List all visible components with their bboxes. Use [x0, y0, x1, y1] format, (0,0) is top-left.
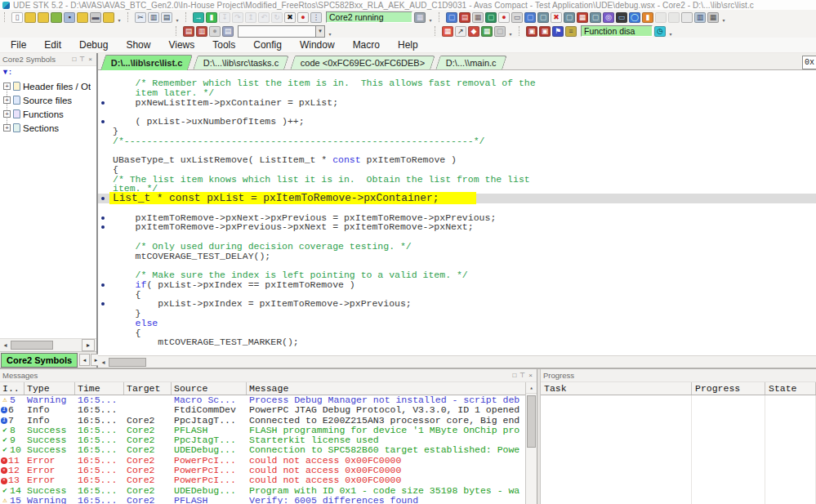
- function-status-field[interactable]: Function disa: [581, 25, 653, 37]
- message-row[interactable]: ⚠5Warning16:5...Macro Sc...Process Debug…: [0, 395, 526, 405]
- laptop-icon[interactable]: ▭: [616, 12, 627, 23]
- breakpoint-dot-icon[interactable]: [101, 197, 105, 200]
- panel-tab-prev-icon[interactable]: ◂: [79, 354, 90, 366]
- float-window-icon[interactable]: □: [511, 372, 519, 379]
- paste-icon[interactable]: ▤: [161, 12, 172, 23]
- monitor-alt-icon[interactable]: ▢: [590, 12, 601, 23]
- toolbar-grip[interactable]: [4, 12, 7, 22]
- stop-debug-icon[interactable]: ✖: [284, 12, 296, 23]
- run-continue-icon[interactable]: →: [193, 12, 204, 23]
- message-row[interactable]: ✕11Error16:5...Core2PowerPcI...could not…: [0, 456, 526, 466]
- manual-book-icon[interactable]: ▤: [459, 12, 470, 23]
- menu-edit[interactable]: Edit: [35, 39, 70, 51]
- toolbar-overflow-button[interactable]: ▾: [427, 12, 434, 23]
- message-row[interactable]: ✔9Success16:5...Core2PpcJtagT...Starterk…: [0, 435, 526, 445]
- print-icon[interactable]: ▬: [90, 12, 101, 23]
- toolbar-grip[interactable]: [176, 26, 179, 36]
- symbols-bottom-tab[interactable]: Core2 Symbols: [1, 353, 78, 368]
- message-row[interactable]: ✕12Error16:5...Core2PowerPcI...could not…: [0, 466, 526, 475]
- window-b-icon[interactable]: [668, 12, 680, 23]
- monitor-watch-icon[interactable]: ▢: [564, 12, 575, 23]
- message-row[interactable]: ⚠15Warning16:5...Core2PFLASHVerify: 6005…: [0, 496, 526, 504]
- toolbar-grip[interactable]: [127, 12, 131, 22]
- menu-macro[interactable]: Macro: [344, 39, 389, 51]
- filter-icon[interactable]: ▼:: [2, 68, 11, 76]
- breakpoint-dot-icon[interactable]: [101, 101, 105, 105]
- monitor-target-icon[interactable]: ▢: [485, 12, 497, 23]
- chart-view-icon[interactable]: ▮: [642, 12, 653, 23]
- column-header-state[interactable]: State: [765, 382, 816, 395]
- expand-plus-icon[interactable]: +: [3, 124, 11, 132]
- expand-plus-icon[interactable]: +: [3, 96, 11, 104]
- core-status-field[interactable]: Core2 running: [326, 11, 412, 23]
- breakpoint-dot-icon[interactable]: [101, 283, 105, 287]
- window-split-icon[interactable]: ▥: [694, 12, 706, 23]
- column-header-message[interactable]: Message: [247, 382, 526, 395]
- message-box-icon[interactable]: ▭: [511, 12, 523, 23]
- window-a-icon[interactable]: [655, 12, 667, 23]
- toolbar-overflow-button[interactable]: ▾: [507, 26, 514, 37]
- find-in-files-icon[interactable]: ▣: [526, 26, 537, 37]
- record-dot-icon[interactable]: ●: [498, 12, 510, 23]
- copy-icon[interactable]: ▥: [148, 12, 159, 23]
- expand-plus-icon[interactable]: +: [3, 110, 11, 118]
- menu-tools[interactable]: Tools: [203, 39, 244, 51]
- scroll-thumb[interactable]: [11, 341, 53, 350]
- toolbar-grip[interactable]: [185, 12, 189, 22]
- macro-disabled-icon[interactable]: ▢: [494, 26, 506, 37]
- open-folder-icon[interactable]: [25, 12, 36, 23]
- tree-item-sections[interactable]: +Sections: [0, 121, 96, 135]
- menu-show[interactable]: Show: [117, 39, 159, 51]
- expand-plus-icon[interactable]: +: [3, 83, 11, 90]
- toolbar-grip[interactable]: [519, 26, 522, 36]
- scroll-thumb[interactable]: [109, 358, 146, 367]
- dropdown-arrow-icon[interactable]: ▾: [315, 25, 325, 38]
- editor-tab-0[interactable]: D:\...\lib\src\list.c: [100, 55, 194, 70]
- watch-expression-combo[interactable]: ▾: [238, 25, 325, 38]
- search-view-icon[interactable]: ◎: [603, 12, 614, 23]
- toolbar-grip[interactable]: [435, 26, 438, 36]
- import-folder-icon[interactable]: [38, 12, 49, 23]
- memory-window-icon[interactable]: ▥: [196, 26, 207, 37]
- toolbar-overflow-button[interactable]: ▾: [174, 12, 181, 23]
- column-header-i[interactable]: I..: [0, 382, 25, 395]
- tree-item-functions[interactable]: +Functions: [0, 107, 96, 121]
- debug-config-icon[interactable]: ▢: [446, 12, 457, 23]
- halt-indicator-icon[interactable]: ●: [209, 26, 221, 37]
- pin-icon[interactable]: ⊤: [78, 56, 87, 63]
- restart-icon[interactable]: ↻: [271, 12, 283, 23]
- open-workspace-icon[interactable]: [77, 12, 88, 23]
- breakpoint-dot-icon[interactable]: [101, 225, 105, 229]
- cut-icon[interactable]: ✂: [135, 12, 146, 23]
- column-header-source[interactable]: Source: [172, 382, 247, 395]
- symbols-window-icon[interactable]: ▤: [222, 26, 234, 37]
- tree-item-header-files-ot[interactable]: +Header files / Ot: [0, 79, 96, 93]
- window-c-icon[interactable]: [681, 12, 693, 23]
- find-symbol-icon[interactable]: ▣: [539, 26, 551, 37]
- toolbar-grip[interactable]: [439, 12, 442, 22]
- new-file-icon[interactable]: ▯: [11, 12, 23, 23]
- list-view-icon[interactable]: ≡: [565, 26, 577, 37]
- message-row[interactable]: i6Info16:5...FtdiCommDevPowerPC JTAG Deb…: [0, 405, 526, 415]
- macro-record-icon[interactable]: ▦: [481, 26, 493, 37]
- toolbar-overflow-button[interactable]: ▾: [667, 26, 674, 37]
- watch-window-icon[interactable]: ▤: [183, 26, 194, 37]
- monitor-sync-icon[interactable]: ▢: [537, 12, 549, 23]
- editor-tab-1[interactable]: D:\...\lib\src\tasks.c: [194, 56, 290, 69]
- float-window-icon[interactable]: □: [71, 56, 78, 63]
- step-out-icon[interactable]: ↥: [245, 12, 256, 23]
- scroll-thumb[interactable]: [527, 395, 536, 448]
- window-wizard-icon[interactable]: ▦: [707, 12, 719, 23]
- menu-debug[interactable]: Debug: [70, 39, 117, 51]
- step-over-icon[interactable]: ↷: [232, 12, 243, 23]
- menu-config[interactable]: Config: [244, 39, 291, 51]
- message-row[interactable]: i7Info16:5...Core2PpcJtagT...Connected t…: [0, 416, 526, 426]
- menu-views[interactable]: Views: [159, 39, 203, 51]
- tree-item-source-files[interactable]: +Source files: [0, 93, 96, 107]
- menu-help[interactable]: Help: [389, 39, 427, 51]
- message-row[interactable]: ✔10Success16:5...Core2UDEDebug...Connect…: [0, 445, 526, 455]
- disconnect-icon[interactable]: ✖: [551, 12, 562, 23]
- breakpoint-dot-icon[interactable]: [101, 216, 105, 220]
- trigger-tool-icon[interactable]: ◆: [468, 26, 479, 37]
- memory-grid-icon[interactable]: ▦: [577, 12, 588, 23]
